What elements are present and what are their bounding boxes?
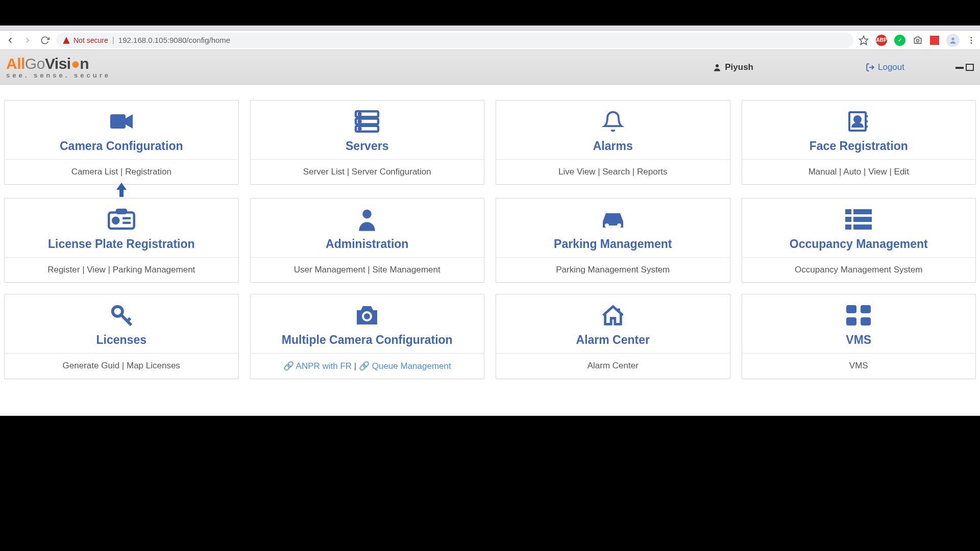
card-title: Administration xyxy=(326,237,408,251)
card-subtitle: Alarm Center xyxy=(496,354,730,378)
card-subtitle: Register | View | Parking Management xyxy=(5,258,238,282)
card-subtitle: Generate Guid | Map Licenses xyxy=(5,354,238,378)
svg-point-24 xyxy=(113,218,118,223)
svg-marker-9 xyxy=(126,114,133,129)
card-top[interactable]: Licenses xyxy=(5,294,238,354)
card-title: Alarms xyxy=(593,139,633,153)
svg-rect-31 xyxy=(853,209,872,214)
card-occupancy-management[interactable]: Occupancy Management Occupancy Managemen… xyxy=(742,198,976,283)
card-top[interactable]: Alarm Center xyxy=(496,294,730,354)
card-title: Camera Configuration xyxy=(60,139,183,153)
link-anpr[interactable]: ANPR with FR xyxy=(296,361,352,371)
logout-button[interactable]: Logout xyxy=(866,62,904,72)
svg-line-38 xyxy=(127,318,130,321)
user-name: Piyush xyxy=(725,62,753,72)
card-parking-management[interactable]: Parking Management Parking Management Sy… xyxy=(496,198,730,283)
dashboard-grid: Camera Configuration Camera List | Regis… xyxy=(4,100,976,379)
card-subtitle: 🔗 ANPR with FR | 🔗 Queue Management xyxy=(251,354,484,379)
card-subtitle: Live View | Search | Reports xyxy=(496,160,730,184)
svg-point-2 xyxy=(951,37,954,40)
svg-point-14 xyxy=(359,120,361,122)
extension-red-icon[interactable] xyxy=(930,36,939,45)
window-controls xyxy=(955,64,974,71)
card-subtitle: Occupancy Management System xyxy=(742,258,976,282)
card-subtitle: Parking Management System xyxy=(496,258,730,282)
card-top[interactable]: Multiple Camera Configuration xyxy=(251,294,484,354)
svg-rect-23 xyxy=(117,210,126,213)
not-secure-label: Not secure xyxy=(74,36,108,44)
svg-point-5 xyxy=(971,42,972,43)
card-multiple-camera-configuration[interactable]: Multiple Camera Configuration 🔗 ANPR wit… xyxy=(250,294,485,379)
card-license-plate-registration[interactable]: License Plate Registration Register | Vi… xyxy=(4,198,239,283)
svg-rect-30 xyxy=(845,209,851,214)
card-top[interactable]: VMS xyxy=(742,294,976,354)
svg-point-28 xyxy=(605,223,609,228)
svg-point-15 xyxy=(359,128,361,130)
card-top[interactable]: Parking Management xyxy=(496,198,730,258)
link-queue[interactable]: Queue Management xyxy=(372,361,451,371)
address-bar[interactable]: Not secure | 192.168.0.105:9080/config/h… xyxy=(56,33,853,48)
forward-button[interactable] xyxy=(21,34,34,46)
svg-point-20 xyxy=(854,116,861,122)
svg-rect-41 xyxy=(846,305,856,313)
browser-tab-strip xyxy=(0,26,980,31)
list-icon xyxy=(845,207,872,232)
user-icon xyxy=(356,207,378,232)
card-top[interactable]: Alarms xyxy=(496,101,730,160)
star-icon[interactable] xyxy=(859,35,869,45)
svg-rect-43 xyxy=(846,317,856,325)
card-top[interactable]: Occupancy Management xyxy=(742,198,976,258)
card-title: Alarm Center xyxy=(576,333,650,347)
card-alarms[interactable]: Alarms Live View | Search | Reports xyxy=(496,100,730,185)
card-subtitle: User Management | Site Management xyxy=(251,258,484,282)
svg-point-1 xyxy=(917,39,919,42)
security-indicator: Not secure xyxy=(62,36,108,44)
card-top[interactable]: Camera Configuration xyxy=(5,101,238,160)
svg-point-3 xyxy=(971,37,972,38)
svg-rect-8 xyxy=(110,114,126,129)
svg-point-13 xyxy=(359,113,361,115)
card-administration[interactable]: Administration User Management | Site Ma… xyxy=(250,198,485,283)
card-subtitle: VMS xyxy=(742,354,976,378)
card-subtitle: Server List | Server Configuration xyxy=(251,160,484,184)
main-content: Camera Configuration Camera List | Regis… xyxy=(0,85,980,379)
user-indicator[interactable]: Piyush xyxy=(713,62,753,72)
back-button[interactable] xyxy=(4,34,16,46)
card-top[interactable]: Servers xyxy=(251,101,484,160)
svg-point-27 xyxy=(363,210,372,219)
id-card-icon xyxy=(108,207,135,232)
logo[interactable]: AllGoVisi●n see. sense. secure xyxy=(6,55,111,79)
profile-avatar[interactable] xyxy=(946,34,960,47)
browser-menu-icon[interactable] xyxy=(967,36,976,45)
svg-marker-21 xyxy=(116,183,127,197)
svg-point-6 xyxy=(716,64,719,67)
card-face-registration[interactable]: Face Registration Manual | Auto | View |… xyxy=(742,100,976,185)
card-top[interactable]: License Plate Registration xyxy=(5,198,238,258)
user-icon xyxy=(713,63,722,72)
card-top[interactable]: Face Registration xyxy=(742,101,976,160)
card-title: Multiple Camera Configuration xyxy=(282,333,453,347)
card-licenses[interactable]: Licenses Generate Guid | Map Licenses xyxy=(4,294,239,379)
home-icon xyxy=(600,303,626,328)
svg-rect-42 xyxy=(861,305,871,313)
card-alarm-center[interactable]: Alarm Center Alarm Center xyxy=(496,294,730,379)
maximize-button[interactable] xyxy=(966,64,974,71)
extension-abp-icon[interactable]: ABP xyxy=(876,35,887,46)
key-icon xyxy=(110,303,133,328)
app-header: AllGoVisi●n see. sense. secure Piyush Lo… xyxy=(0,50,980,85)
card-subtitle: Camera List | Registration xyxy=(5,160,238,184)
svg-rect-34 xyxy=(845,224,851,230)
camera-icon xyxy=(353,303,381,328)
reload-button[interactable] xyxy=(39,34,51,46)
minimize-button[interactable] xyxy=(955,67,964,69)
arrow-up-icon xyxy=(115,183,128,197)
extension-green-icon[interactable]: ✓ xyxy=(894,35,905,46)
link-icon: 🔗 xyxy=(359,361,370,371)
card-servers[interactable]: Servers Server List | Server Configurati… xyxy=(250,100,485,185)
svg-marker-0 xyxy=(860,36,868,44)
card-top[interactable]: Administration xyxy=(251,198,484,258)
card-title: Parking Management xyxy=(554,237,672,251)
card-camera-configuration[interactable]: Camera Configuration Camera List | Regis… xyxy=(4,100,239,185)
extension-camera-icon[interactable] xyxy=(913,35,923,45)
card-vms[interactable]: VMS VMS xyxy=(742,294,976,379)
